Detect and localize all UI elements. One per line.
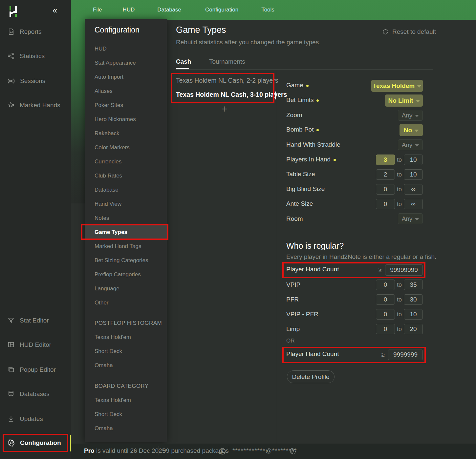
required-dot	[316, 129, 319, 131]
bomb-pot-dropdown[interactable]: No	[400, 124, 423, 136]
vpip-to-input[interactable]	[404, 280, 423, 290]
sidebar-item-label: Configuration	[20, 439, 61, 447]
gte-symbol: ≥	[379, 267, 382, 274]
players-in-hand-label: Players In Hand	[286, 156, 336, 163]
config-nav-item-club-rates[interactable]: Club Rates	[95, 169, 122, 183]
config-nav-item-notes[interactable]: Notes	[95, 211, 109, 225]
sidebar-item-reports[interactable]: Reports	[7, 28, 42, 35]
page-subtitle: Rebuild statistics after you changed the…	[176, 39, 320, 46]
marked-star-icon	[7, 101, 15, 109]
sidebar-collapse-button[interactable]: «	[53, 5, 57, 15]
table-size-label-text: Table Size	[286, 171, 315, 178]
vpip-pfr-label-text: VPIP - PFR	[286, 311, 318, 318]
sidebar-item-hud-editor[interactable]: HUD Editor	[7, 341, 51, 348]
ante-from-input[interactable]	[376, 199, 395, 209]
tab-tournaments[interactable]: Tournaments	[209, 58, 245, 65]
ante-to-input[interactable]	[404, 199, 423, 209]
config-nav-item-currencies[interactable]: Currencies	[95, 155, 121, 169]
bomb-pot-dropdown-value: No	[404, 127, 412, 134]
who-is-regular-subtitle: Every player in Hand2Note is either a re…	[286, 253, 436, 261]
config-nav-item-marked-hand-tags[interactable]: Marked Hand Tags	[95, 239, 141, 253]
config-nav-item-database[interactable]: Database	[95, 183, 119, 197]
game-dropdown[interactable]: Texas Holdem	[371, 80, 423, 92]
config-nav-item-hero-nicknames[interactable]: Hero Nicknames	[95, 112, 136, 126]
config-nav-item-ph-omaha[interactable]: Omaha	[95, 358, 113, 372]
pfr-from-input[interactable]	[376, 294, 395, 305]
limp-from-input[interactable]	[376, 324, 395, 334]
config-nav-item-other[interactable]: Other	[95, 296, 109, 310]
hud-layout-icon	[7, 341, 15, 348]
config-nav-item-bc-omaha[interactable]: Omaha	[95, 421, 113, 435]
table-size-label: Table Size	[286, 171, 315, 178]
info-icon[interactable]	[219, 448, 226, 455]
menubar: File HUD Database Configuration Tools	[71, 0, 476, 20]
zoom-dropdown[interactable]: Any	[398, 110, 423, 121]
config-nav-item-bc-short-deck[interactable]: Short Deck	[95, 407, 122, 421]
player-hand-count2-label: Player Hand Count	[286, 350, 339, 358]
sidebar-item-databases[interactable]: Databases	[7, 390, 50, 398]
config-nav-item-poker-sites[interactable]: Poker Sites	[95, 98, 123, 112]
menu-tools[interactable]: Tools	[258, 4, 278, 16]
config-nav-item-aliases[interactable]: Aliases	[95, 84, 113, 98]
vpip-pfr-to-input[interactable]	[404, 309, 423, 320]
account-settings-gear-icon[interactable]	[289, 447, 297, 455]
menu-file[interactable]: File	[90, 4, 105, 16]
straddle-dropdown[interactable]: Any	[398, 139, 423, 150]
sidebar-item-label: HUD Editor	[20, 341, 51, 348]
pfr-to-input[interactable]	[404, 294, 423, 305]
config-nav-item-preflop-categories[interactable]: Preflop Categories	[95, 267, 141, 282]
players-to-input[interactable]	[404, 155, 423, 165]
menu-configuration[interactable]: Configuration	[202, 4, 242, 16]
sidebar-item-stat-editor[interactable]: Stat Editor	[7, 317, 49, 324]
zoom-dropdown-value: Any	[402, 112, 413, 119]
bet-limits-dropdown[interactable]: No Limit	[385, 94, 423, 107]
vpip-from-input[interactable]	[376, 280, 395, 290]
room-dropdown[interactable]: Any	[398, 213, 423, 224]
config-nav-item-bc-texas-holdem[interactable]: Texas Hold'em	[95, 393, 131, 407]
table-size-to-input[interactable]	[404, 169, 423, 180]
limp-to-input[interactable]	[404, 324, 423, 334]
players-from-input[interactable]	[376, 155, 395, 165]
config-nav-item-hand-view[interactable]: Hand View	[95, 197, 121, 211]
or-label: OR	[286, 338, 295, 344]
menu-database[interactable]: Database	[154, 4, 184, 16]
game-type-item-2-2[interactable]: Texas Holdem NL Cash, 2-2 players	[176, 77, 278, 84]
player-hand-count2-input[interactable]	[388, 349, 423, 360]
sidebar-item-sessions[interactable]: Sessions	[7, 77, 45, 85]
tab-cash[interactable]: Cash	[176, 58, 191, 65]
config-nav-item-bet-sizing-categories[interactable]: Bet Sizing Categories	[95, 253, 148, 267]
config-nav-item-stat-appearance[interactable]: Stat Appearance	[95, 56, 136, 70]
config-nav-item-game-types[interactable]: Game Types	[95, 225, 127, 239]
reset-to-default-button[interactable]: Reset to default	[382, 28, 436, 35]
players-in-hand-label-text: Players In Hand	[286, 156, 331, 163]
menu-hud[interactable]: HUD	[119, 4, 138, 16]
config-nav-item-color-markers[interactable]: Color Markers	[95, 140, 130, 155]
config-nav-item-auto-import[interactable]: Auto Import	[95, 70, 123, 84]
sidebar-item-updates[interactable]: Updates	[7, 415, 43, 423]
sidebar-item-marked-hands[interactable]: Marked Hands	[7, 101, 60, 109]
player-hand-count-input[interactable]	[385, 264, 423, 276]
bet-limits-label-text: Bet Limits	[286, 96, 314, 104]
big-blind-to-input[interactable]	[404, 184, 423, 195]
game-type-item-3-10[interactable]: Texas Holdem NL Cash, 3-10 players	[176, 91, 287, 98]
chevron-down-icon	[415, 144, 419, 147]
config-nav-item-hud[interactable]: HUD	[95, 42, 107, 56]
big-blind-from-input[interactable]	[376, 184, 395, 195]
table-size-from-input[interactable]	[376, 169, 395, 180]
sidebar-item-label: Statistics	[20, 52, 45, 60]
sidebar-item-popup-editor[interactable]: Popup Editor	[7, 366, 56, 373]
limp-label: Limp	[286, 325, 300, 333]
add-game-type-button[interactable]: +	[221, 103, 227, 115]
game-dropdown-value: Texas Holdem	[373, 82, 415, 90]
sidebar-item-configuration[interactable]: Configuration	[7, 439, 61, 447]
vpip-pfr-from-input[interactable]	[376, 309, 395, 320]
sidebar-item-label: Reports	[20, 28, 42, 35]
status-separator	[159, 446, 159, 455]
config-nav-item-rakeback[interactable]: Rakeback	[95, 126, 119, 140]
chevron-down-icon	[415, 115, 419, 117]
config-nav-item-language[interactable]: Language	[95, 282, 119, 296]
config-nav-item-ph-texas-holdem[interactable]: Texas Hold'em	[95, 330, 131, 344]
sidebar-item-statistics[interactable]: Statistics	[7, 52, 45, 60]
config-nav-item-ph-short-deck[interactable]: Short Deck	[95, 344, 122, 358]
delete-profile-button[interactable]: Delete Profile	[287, 370, 335, 383]
